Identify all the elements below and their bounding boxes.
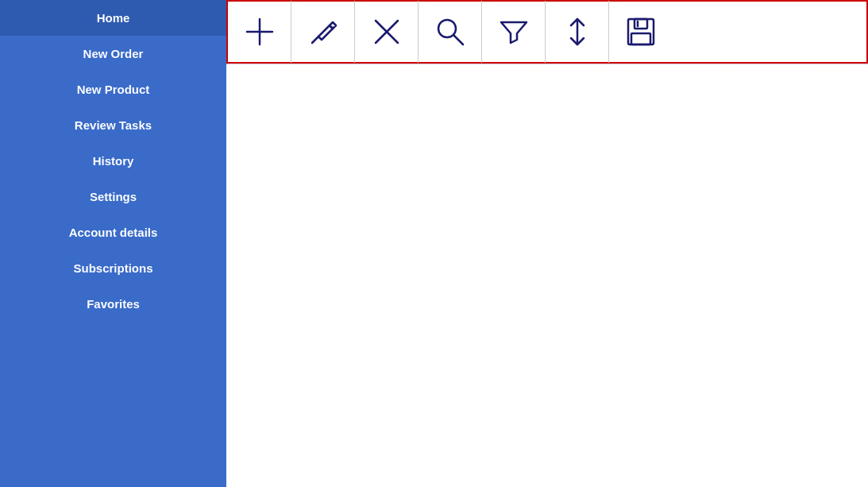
svg-rect-10 [631, 33, 650, 44]
edit-icon [306, 14, 341, 49]
save-icon [623, 14, 658, 49]
content-area [226, 64, 868, 487]
svg-rect-9 [635, 19, 647, 29]
sidebar-item-settings[interactable]: Settings [0, 179, 226, 215]
sidebar-item-favorites[interactable]: Favorites [0, 286, 226, 322]
close-icon [369, 14, 404, 49]
edit-button[interactable] [291, 1, 355, 63]
svg-line-6 [453, 35, 463, 44]
svg-line-2 [312, 37, 318, 43]
sidebar: Home New Order New Product Review Tasks … [0, 0, 226, 487]
toolbar [226, 0, 868, 64]
search-button[interactable] [419, 1, 482, 63]
add-button[interactable] [228, 1, 291, 63]
sidebar-item-history[interactable]: History [0, 143, 226, 179]
filter-icon [496, 14, 531, 49]
sidebar-item-account-details[interactable]: Account details [0, 215, 226, 250]
sidebar-item-subscriptions[interactable]: Subscriptions [0, 250, 226, 286]
save-button[interactable] [609, 1, 673, 63]
search-icon [433, 14, 468, 49]
sort-button[interactable] [546, 1, 609, 63]
sidebar-item-review-tasks[interactable]: Review Tasks [0, 107, 226, 143]
add-icon [242, 14, 277, 49]
main-content [226, 0, 868, 487]
filter-button[interactable] [482, 1, 546, 63]
sort-icon [560, 14, 595, 49]
sidebar-item-home[interactable]: Home [0, 0, 226, 36]
sidebar-item-new-order[interactable]: New Order [0, 36, 226, 72]
delete-button[interactable] [355, 1, 419, 63]
sidebar-item-new-product[interactable]: New Product [0, 72, 226, 107]
